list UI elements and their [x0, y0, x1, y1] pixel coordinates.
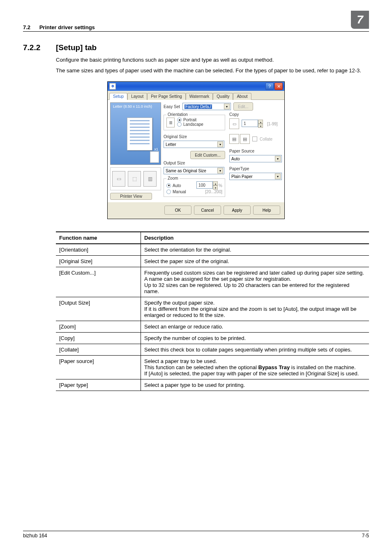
edit-custom-button[interactable]: Edit Custom... [190, 151, 225, 159]
preview-mini-thumb-icon [150, 151, 159, 163]
table-cell-description: Select a paper type to be used for print… [141, 379, 369, 391]
titlebar-close-button[interactable]: ✕ [274, 83, 283, 90]
paper-source-value: Auto [231, 157, 240, 161]
copies-icon: ▭ [229, 118, 239, 129]
table-head-description: Description [141, 232, 369, 244]
feature-icon-3[interactable]: ▥ [143, 171, 157, 187]
copy-spinner[interactable]: ▴▾ [258, 120, 263, 128]
radio-zoom-auto[interactable] [166, 183, 171, 188]
function-table: Function name Description [Orientation]S… [56, 231, 369, 391]
zoom-range-label: [20...200] [205, 190, 222, 194]
table-cell-function: [Copy] [56, 333, 141, 344]
table-cell-description: Select an enlarge or reduce ratio. [141, 321, 369, 333]
paper-source-combo[interactable]: Auto ▾ [229, 155, 282, 162]
table-cell-description: Select this check box to collate pages s… [141, 344, 369, 356]
page-preview: Letter (8.50 x 11.0 inch) x1 [110, 102, 161, 165]
easy-set-edit-button[interactable]: Edit... [233, 102, 253, 111]
table-row: [Collate]Select this check box to collat… [56, 344, 369, 356]
zoom-spinner[interactable]: ▴▾ [213, 181, 218, 190]
orientation-preview-icon: ≣ [166, 118, 175, 127]
preview-size-label: Letter (8.50 x 11.0 inch) [113, 104, 152, 109]
table-row: [Zoom]Select an enlarge or reduce ratio. [56, 321, 369, 333]
tab-layout[interactable]: Layout [127, 93, 147, 100]
footer-left: bizhub 164 [23, 533, 47, 539]
paper-type-value: Plain Paper [231, 174, 253, 179]
chevron-down-icon: ▾ [217, 168, 223, 173]
output-size-value: Same as Original Size [166, 169, 206, 173]
easy-set-selected: Factory Defa./ [184, 104, 212, 109]
radio-portrait-label: Portrait [183, 118, 196, 122]
table-cell-function: [Paper type] [56, 379, 141, 391]
table-cell-function: [Collate] [56, 344, 141, 356]
table-row: [Edit Custom...]Frequently used custom s… [56, 267, 369, 297]
table-row: [Copy]Specify the number of copies to be… [56, 333, 369, 344]
paper-type-combo[interactable]: Plain Paper ▾ [229, 173, 282, 180]
radio-zoom-manual[interactable] [166, 190, 171, 194]
zoom-group: Zoom Auto 100 ▴▾ % [164, 178, 225, 197]
table-cell-function: [Output Size] [56, 297, 141, 321]
tab-watermark[interactable]: Watermark [186, 93, 213, 100]
header-rule [23, 31, 369, 32]
radio-landscape[interactable] [177, 122, 182, 127]
table-cell-description: Select the orientation for the original. [141, 244, 369, 256]
tab-quality[interactable]: Quality [213, 93, 233, 100]
original-size-combo[interactable]: Letter ▾ [164, 141, 224, 148]
output-size-combo[interactable]: Same as Original Size ▾ [164, 167, 224, 174]
copy-label: Copy [229, 112, 282, 117]
heading-title: [Setup] tab [56, 43, 97, 52]
header-section-title: Printer driver settings [39, 24, 95, 30]
original-size-value: Letter [166, 142, 176, 147]
intro-paragraph-2: The same sizes and types of paper used w… [56, 67, 369, 74]
help-button[interactable]: Help [253, 206, 280, 215]
chapter-badge: 7 [351, 11, 369, 29]
dialog-titlebar: ❖ ? ✕ [108, 82, 284, 91]
tab-per-page-setting[interactable]: Per Page Setting [147, 93, 186, 100]
chevron-down-icon: ▾ [275, 156, 281, 162]
table-cell-description: Frequently used custom sizes can be regi… [141, 267, 369, 297]
apply-button[interactable]: Apply [224, 206, 251, 215]
table-cell-function: [Orientation] [56, 244, 141, 256]
collate-icon-1: ▤ [229, 134, 239, 144]
copy-range-label: [1-99] [267, 122, 278, 126]
table-head-function: Function name [56, 232, 141, 244]
easy-set-combo[interactable]: Factory Defa./ ▾ [182, 103, 231, 110]
table-cell-description: Specify the number of copies to be print… [141, 333, 369, 344]
tab-about[interactable]: About [233, 93, 251, 100]
orientation-group-label: Orientation [166, 112, 189, 117]
table-cell-description: Specify the output paper size.If it is d… [141, 297, 369, 321]
table-row: [Paper source]Select a paper tray to be … [56, 356, 369, 379]
app-icon: ❖ [109, 83, 116, 90]
table-cell-function: [Paper source] [56, 356, 141, 379]
chevron-down-icon: ▾ [224, 104, 230, 109]
radio-landscape-label: Landscape [183, 122, 203, 127]
chevron-down-icon: ▾ [217, 141, 223, 147]
preview-multiplier: x1 [154, 147, 158, 151]
radio-portrait[interactable] [177, 118, 182, 122]
feature-icons-row: ▭ ⬚ ▥ [110, 167, 161, 190]
tab-strip: Setup Layout Per Page Setting Watermark … [108, 91, 284, 100]
copy-value-input[interactable]: 1 [242, 120, 258, 127]
radio-zoom-manual-label: Manual [173, 190, 186, 194]
orientation-group: Orientation ≣ Portrait [164, 115, 225, 130]
titlebar-help-button[interactable]: ? [265, 83, 274, 90]
feature-icon-1[interactable]: ▭ [112, 171, 125, 187]
cancel-button[interactable]: Cancel [194, 206, 221, 215]
zoom-value-input[interactable]: 100 [196, 181, 213, 189]
zoom-group-label: Zoom [166, 176, 180, 180]
table-row: [Orientation]Select the orientation for … [56, 244, 369, 256]
table-cell-function: [Zoom] [56, 321, 141, 333]
intro-paragraph-1: Configure the basic printing functions s… [56, 56, 369, 64]
radio-zoom-auto-label: Auto [173, 183, 181, 188]
table-row: [Paper type]Select a paper type to be us… [56, 379, 369, 391]
paper-source-label: Paper Source [229, 149, 282, 153]
collate-label: Collate [260, 137, 272, 141]
preview-paper-icon [127, 118, 152, 150]
feature-icon-2[interactable]: ⬚ [128, 171, 141, 187]
ok-button[interactable]: OK [164, 206, 191, 215]
table-cell-function: [Edit Custom...] [56, 267, 141, 297]
tab-setup[interactable]: Setup [109, 93, 127, 100]
footer-right: 7-5 [362, 533, 369, 539]
header-section-number: 7.2 [23, 24, 30, 30]
collate-checkbox[interactable] [252, 136, 257, 141]
printer-view-button[interactable]: Printer View [110, 193, 152, 200]
